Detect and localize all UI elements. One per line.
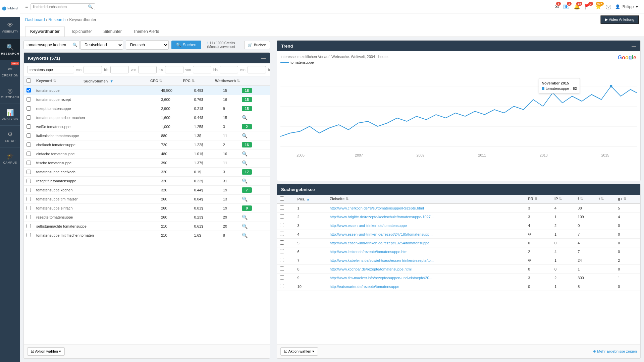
keyword-filter-input[interactable] [27,66,74,73]
filter-range-3-bis[interactable] [220,66,238,73]
result-url[interactable]: http://www.brigitte.de/rezepte/kochschul… [330,215,434,219]
help-btn[interactable]: ? [606,4,611,10]
filter-range-4-von[interactable] [248,66,266,73]
tab-topichunter[interactable]: Topichunter [66,26,97,37]
mail-btn[interactable]: 📧 2 [563,3,570,10]
results-col-t[interactable]: t ⇅ [596,195,615,203]
results-select-all[interactable] [280,196,284,201]
breadcrumb-research[interactable]: Research [48,17,65,22]
result-url[interactable]: http://www.essen-und-trinken.de/rezept/1… [330,241,433,245]
row-checkbox[interactable] [26,170,31,174]
results-col-ip[interactable]: IP ⇅ [552,195,575,203]
results-minimize-btn[interactable]: — [632,187,636,192]
sidebar-item-outreach[interactable]: ◎ OUTREACH [0,82,20,104]
row-checkbox[interactable] [26,233,31,237]
wettbewerb-search-icon[interactable]: 🔍 [242,133,248,138]
result-checkbox[interactable] [280,205,284,210]
select-all-checkbox[interactable] [26,78,31,83]
country-select[interactable]: Deutschland [80,40,123,50]
mehr-ergebnisse-btn[interactable]: ⊕ Mehr Ergebnisse zeigen [593,349,637,354]
sidebar-item-creation[interactable]: ✏ CREATION NEU [0,60,20,82]
results-col-gplus[interactable]: g+ ⇅ [615,195,640,203]
wettbewerb-search-icon[interactable]: 🔍 [242,224,248,229]
filter-range-3-von[interactable] [193,66,211,73]
messages-btn[interactable]: ✉ 6 [554,3,559,10]
result-url[interactable]: http://www.lecker.de/rezepte/tomatensupp… [330,250,408,254]
keywords-table-scroll[interactable]: tomatensuppe 49,500 0.49$ 15 18 tomatens… [24,86,270,344]
result-checkbox[interactable] [280,258,284,262]
result-url[interactable]: http://www.kochbar.de/rezepte/tomatensup… [330,267,412,271]
row-checkbox[interactable] [26,206,31,210]
result-url[interactable]: http://www.kabeleins.de/sos/iehtsaus/ess… [330,258,434,262]
row-checkbox[interactable] [26,179,31,183]
row-checkbox[interactable] [26,224,31,228]
results-col-pr[interactable]: PR ⇅ [525,195,552,203]
results-aktion-btn[interactable]: ☑ Aktion wählen ▾ [280,347,318,356]
row-checkbox[interactable] [26,161,31,165]
keywords-aktion-btn[interactable]: ☑ Aktion wählen ▾ [27,347,65,356]
row-checkbox[interactable] [26,133,31,138]
result-checkbox[interactable] [280,232,284,236]
row-checkbox[interactable] [26,97,31,102]
result-url[interactable]: http://www.essen-und-trinken.de/rezept/2… [330,232,432,236]
sidebar-item-campus[interactable]: 🎓 CAMPUS [0,147,20,169]
filter-range-2-von[interactable] [138,66,157,73]
wettbewerb-search-icon[interactable]: 🔍 [242,215,248,220]
result-checkbox[interactable] [280,214,284,219]
result-checkbox[interactable] [280,284,284,288]
col-wettbewerb[interactable]: Wettbewerb ⇅ [212,76,270,86]
result-url[interactable]: http://eatsmarter.de/rezepte/tomatensupp… [330,285,399,289]
language-select[interactable]: Deutsch [126,40,169,50]
app-logo[interactable]: linkbird [0,0,20,17]
row-checkbox[interactable] [26,124,31,129]
row-checkbox[interactable] [26,142,31,147]
col-suchvolumen[interactable]: Suchvolumen ▼ [81,76,148,86]
sidebar-item-analysis[interactable]: 📊 ANALYSIS [0,104,20,126]
result-url[interactable]: http://www.chefkoch.de/rs/s0/tomatensupp… [330,206,424,210]
row-checkbox[interactable] [26,106,31,111]
wettbewerb-search-icon[interactable]: 🔍 [242,160,248,166]
wettbewerb-search-icon[interactable]: 🔍 [242,151,248,157]
result-checkbox[interactable] [280,275,284,280]
video-anleitung-btn[interactable]: ▶ Video Anleitung [600,15,639,24]
global-search-input[interactable] [33,5,87,9]
result-url[interactable]: http://www.tim-maelzer.info/rezepte/supp… [330,276,432,280]
result-checkbox[interactable] [280,249,284,253]
sidebar-item-visibility[interactable]: 👁 VISIBILITY [0,17,20,39]
wettbewerb-search-icon[interactable]: 🔍 [242,196,248,202]
sidebar-item-research[interactable]: 🔍 RESEARCH [0,39,20,60]
row-checkbox[interactable] [26,115,31,120]
results-col-zielseite[interactable]: Zielseite ⇅ [327,195,525,203]
results-col-pos[interactable]: Pos. ▲ [295,195,327,203]
tab-keywordhunter[interactable]: Keywordhunter [25,26,65,37]
flag-btn[interactable]: 🚩 9 [584,3,591,10]
row-checkbox[interactable] [26,215,31,219]
search-submit-btn[interactable]: 🔍 Suchen [171,41,201,49]
wettbewerb-search-icon[interactable]: 🔍 [242,233,248,238]
sidebar-item-setup[interactable]: ⚙ SETUP [0,126,20,147]
col-keyword[interactable]: Keyword ⇅ [34,76,81,86]
tab-themenalerts[interactable]: Themen Alerts [128,26,164,37]
keywords-minimize-btn[interactable]: — [261,55,266,61]
row-checkbox[interactable] [26,152,31,156]
row-checkbox[interactable] [26,197,31,201]
result-url[interactable]: http://www.essen-und-trinken.de/tomatens… [330,224,407,228]
filter-range-1-bis[interactable] [110,66,129,73]
filter-icon[interactable]: ≡ [25,4,28,9]
row-checkbox[interactable] [26,88,31,93]
result-checkbox[interactable] [280,266,284,271]
breadcrumb-dashboard[interactable]: Dashboard [25,17,45,22]
bell-btn[interactable]: 🔔 18 [574,3,580,10]
tab-sitehunter[interactable]: Sitehunter [98,26,127,37]
user-menu-btn[interactable]: 👤 Philipp ▼ [615,4,639,9]
filter-range-1-von[interactable] [84,66,102,73]
trend-minimize-btn[interactable]: — [632,43,636,49]
filter-range-2-bis[interactable] [165,66,183,73]
wettbewerb-search-icon[interactable]: 🔍 [242,178,248,184]
result-checkbox[interactable] [280,240,284,245]
keyword-search-input[interactable] [23,41,80,49]
result-checkbox[interactable] [280,223,284,227]
col-ppc[interactable]: PPC ⇅ [180,76,212,86]
results-col-f[interactable]: f ⇅ [575,195,596,203]
star-btn[interactable]: ⭐ 93+ [595,3,602,10]
